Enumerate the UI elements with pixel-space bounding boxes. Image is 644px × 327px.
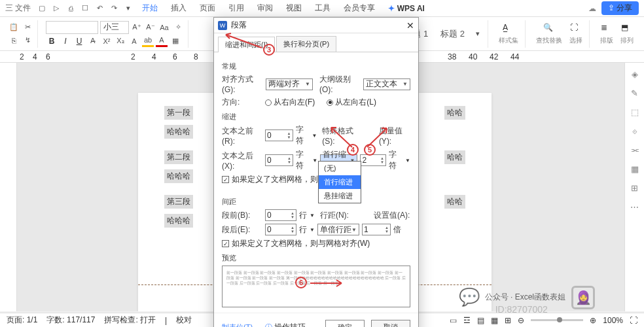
- redo-icon[interactable]: ↷: [108, 3, 120, 14]
- ok-button[interactable]: 确定: [325, 320, 365, 327]
- save-icon[interactable]: ▢: [36, 3, 48, 14]
- bold-icon[interactable]: B: [46, 35, 58, 47]
- zoom-in-icon[interactable]: ⊕: [590, 316, 596, 325]
- bookmark-icon[interactable]: ⟐: [632, 126, 637, 136]
- superscript-icon[interactable]: X²: [101, 35, 113, 47]
- app-menu-icon[interactable]: 三 文件: [5, 3, 31, 14]
- tab-start[interactable]: 开始: [137, 3, 163, 14]
- italic-icon[interactable]: I: [60, 35, 71, 47]
- grid-align-checkbox[interactable]: ✓: [222, 240, 229, 247]
- undo-icon[interactable]: ↶: [94, 3, 105, 14]
- special-option-none[interactable]: (无): [319, 162, 361, 175]
- view-read-icon[interactable]: ▦: [491, 316, 498, 325]
- font-size-select[interactable]: 小三: [100, 21, 129, 34]
- cut-icon[interactable]: ✂: [22, 22, 33, 33]
- measure-input[interactable]: 2▲▼: [360, 154, 385, 166]
- font-name-select[interactable]: [46, 21, 98, 34]
- cloud-icon[interactable]: ☁: [588, 4, 596, 13]
- view-page-icon[interactable]: ▭: [450, 316, 457, 325]
- highlight-icon[interactable]: ab: [142, 35, 154, 47]
- line-spacing-select[interactable]: 单倍行距▼: [317, 224, 359, 235]
- zoom-level[interactable]: 100%: [603, 316, 623, 325]
- spell-check-status[interactable]: 拼写检查: 打开: [104, 315, 156, 326]
- pencil-icon[interactable]: ✎: [631, 88, 638, 98]
- close-icon[interactable]: ✕: [406, 20, 414, 31]
- proofing-status[interactable]: 校对: [176, 315, 192, 326]
- tab-insert[interactable]: 插入: [166, 3, 192, 14]
- underline-icon[interactable]: U: [73, 35, 85, 47]
- tips-link[interactable]: ⓘ 操作技巧: [265, 322, 306, 327]
- link-icon[interactable]: ⫘: [630, 145, 639, 155]
- level-select[interactable]: 正文文本▼: [363, 78, 410, 90]
- heading-more-icon[interactable]: ▾: [472, 28, 484, 40]
- more-icon[interactable]: ▾: [122, 3, 134, 14]
- measure-value: 2: [362, 156, 367, 165]
- find-replace-button[interactable]: 🔍查找替换: [533, 23, 565, 45]
- text-effect-icon[interactable]: A: [128, 35, 140, 47]
- tab-review[interactable]: 审阅: [252, 3, 278, 14]
- tabstops-link[interactable]: 制表位(T)...: [222, 322, 259, 327]
- diamond-icon[interactable]: ◈: [632, 69, 638, 79]
- styles-button[interactable]: A̲样式集: [496, 23, 521, 45]
- clear-format-icon[interactable]: ✧: [172, 22, 184, 33]
- level-label: 大纲级别(O):: [319, 74, 361, 94]
- special-option-hanging[interactable]: 悬挂缩进: [319, 189, 361, 203]
- layout-button[interactable]: ≣排版: [598, 23, 616, 45]
- shading-icon[interactable]: ▦: [170, 35, 181, 47]
- page-indicator[interactable]: 页面: 1/1: [7, 315, 37, 326]
- watermark-text: 公众号 · Excel函数表姐: [485, 292, 565, 303]
- zoom-out-icon[interactable]: ⊖: [518, 316, 524, 325]
- paste-icon[interactable]: 📋: [8, 22, 20, 33]
- section-general: 常规: [222, 61, 410, 71]
- palette-icon[interactable]: ⊞: [631, 183, 638, 193]
- dir-ltr-radio[interactable]: 从左向右(L): [327, 97, 376, 108]
- tab-tools[interactable]: 工具: [310, 3, 336, 14]
- font-color-icon[interactable]: A: [156, 35, 168, 47]
- change-case-icon[interactable]: Aa: [158, 22, 170, 33]
- preview-icon[interactable]: ☐: [79, 3, 91, 14]
- fullscreen-icon[interactable]: ⛶: [630, 316, 637, 325]
- unit-char-2: 字符: [296, 149, 310, 171]
- export-icon[interactable]: ▷: [50, 3, 62, 14]
- set-value-input[interactable]: 1▲▼: [362, 224, 391, 235]
- print-icon[interactable]: ⎙: [65, 3, 77, 14]
- special-label: 特殊格式(S):: [322, 126, 361, 146]
- tab-page[interactable]: 页面: [194, 3, 221, 14]
- format-painter-icon[interactable]: ↯: [22, 35, 33, 46]
- view-outline-icon[interactable]: ▤: [477, 316, 484, 325]
- cancel-button[interactable]: 取消: [371, 320, 410, 327]
- divider: |: [165, 316, 167, 325]
- unit-char: 字符: [296, 124, 310, 146]
- word-count[interactable]: 字数: 117/117: [46, 315, 95, 326]
- subscript-icon[interactable]: X₂: [115, 35, 126, 47]
- after-para-input[interactable]: 0▲▼: [265, 224, 296, 235]
- special-option-firstline[interactable]: 首行缩进: [319, 175, 361, 189]
- copy-icon[interactable]: ⎘: [8, 35, 20, 46]
- before-para-input[interactable]: 0▲▼: [265, 209, 296, 221]
- share-button[interactable]: ⇪ 分享: [601, 1, 639, 15]
- grid-indent-checkbox[interactable]: ✓: [222, 176, 229, 183]
- view-web-icon[interactable]: ☲: [463, 316, 471, 325]
- before-text-input[interactable]: 0▲▼: [265, 129, 293, 141]
- wps-ai-button[interactable]: ✦ WPS AI: [383, 4, 430, 13]
- tab-reference[interactable]: 引用: [223, 3, 249, 14]
- view-grid-icon[interactable]: ⊞: [505, 316, 511, 325]
- zoom-slider[interactable]: [531, 319, 583, 321]
- grow-font-icon[interactable]: A⁺: [131, 22, 143, 33]
- settings-icon[interactable]: ▦: [631, 164, 639, 174]
- tab-vip[interactable]: 会员专享: [338, 3, 380, 14]
- dir-rtl-radio[interactable]: 从右向左(F): [265, 97, 315, 108]
- after-text-input[interactable]: 0▲▼: [265, 154, 293, 166]
- para-text: 哈哈哈: [164, 169, 193, 183]
- tab-view[interactable]: 视图: [281, 3, 307, 14]
- strike-icon[interactable]: A̶: [87, 35, 99, 47]
- tab-line-page-break[interactable]: 换行和分页(P): [276, 36, 336, 52]
- arrange-button[interactable]: ⬒排列: [618, 23, 636, 45]
- heading-2-button[interactable]: 标题 2: [435, 26, 470, 43]
- select-button[interactable]: ⛶选择: [567, 23, 585, 45]
- tab-indent-spacing[interactable]: 缩进和间距(I): [218, 37, 275, 52]
- more-tools-icon[interactable]: ⋯: [630, 202, 639, 212]
- align-select[interactable]: 两端对齐▼: [266, 78, 313, 90]
- shrink-font-icon[interactable]: A⁻: [145, 22, 156, 33]
- select-tool-icon[interactable]: ⬚: [631, 107, 639, 117]
